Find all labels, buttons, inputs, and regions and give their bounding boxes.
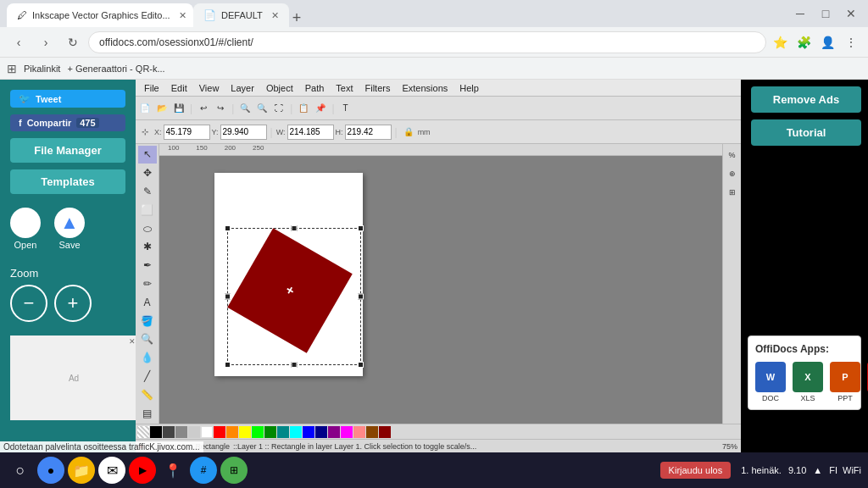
menu-view[interactable]: View bbox=[194, 83, 225, 93]
x-field[interactable] bbox=[164, 125, 210, 140]
tweet-button[interactable]: 🐦 Tweet bbox=[10, 90, 125, 108]
gradient-tool[interactable]: ▤ bbox=[138, 404, 157, 422]
color-orange[interactable] bbox=[226, 426, 238, 438]
taskbar-gmail-icon[interactable]: ✉ bbox=[98, 457, 125, 484]
new-tab-button[interactable]: + bbox=[292, 9, 302, 27]
menu-help[interactable]: Help bbox=[454, 83, 484, 93]
bookmark-pikalinkit[interactable]: Pikalinkit bbox=[24, 64, 60, 74]
color-navy[interactable] bbox=[315, 426, 327, 438]
toolbar-fit-icon[interactable]: ⛶ bbox=[271, 101, 287, 116]
color-darkred[interactable] bbox=[379, 426, 391, 438]
color-green[interactable] bbox=[264, 426, 276, 438]
offidocs-xls-button[interactable]: X XLS bbox=[793, 362, 823, 402]
reload-button[interactable]: ↻ bbox=[61, 30, 85, 54]
address-bar[interactable] bbox=[88, 31, 766, 53]
handle-tr[interactable] bbox=[358, 225, 364, 231]
minimize-button[interactable]: ─ bbox=[790, 3, 810, 24]
remove-ads-button[interactable]: Remove Ads bbox=[751, 86, 861, 113]
menu-extensions[interactable]: Extensions bbox=[397, 83, 453, 93]
tab-inkscape[interactable]: 🖊 Inkscape Vector Graphics Edito... ✕ bbox=[7, 3, 193, 27]
toolbar-zoom-out-icon[interactable]: 🔍 bbox=[254, 101, 270, 116]
toolbar-redo-icon[interactable]: ↪ bbox=[213, 101, 228, 116]
forward-button[interactable]: › bbox=[34, 30, 58, 54]
text-tool[interactable]: A bbox=[138, 293, 157, 311]
zoom-in-button[interactable]: + bbox=[54, 285, 92, 322]
dropper-tool[interactable]: 💧 bbox=[138, 349, 157, 367]
bookmark-generaattori[interactable]: + Generaattori - QR-k... bbox=[67, 64, 164, 74]
toolbar-paste-icon[interactable]: 📌 bbox=[313, 101, 328, 116]
menu-icon[interactable]: ⋮ bbox=[841, 32, 861, 53]
handle-tl[interactable] bbox=[225, 225, 231, 231]
measure-tool[interactable]: 📏 bbox=[138, 385, 157, 403]
color-red[interactable] bbox=[214, 426, 225, 438]
zoom-out-button[interactable]: − bbox=[10, 285, 47, 322]
rect-tool[interactable]: ⬜ bbox=[138, 201, 157, 219]
color-purple[interactable] bbox=[328, 426, 340, 438]
apps-icon[interactable]: ⊞ bbox=[7, 62, 17, 75]
extension-icon[interactable]: 🧩 bbox=[793, 32, 814, 53]
taskbar-youtube-icon[interactable]: ▶ bbox=[129, 457, 156, 484]
offidocs-ppt-button[interactable]: P PPT bbox=[830, 362, 860, 402]
zoom-tool[interactable]: 🔍 bbox=[138, 330, 157, 348]
toolbar-text-icon[interactable]: T bbox=[338, 101, 353, 116]
color-pink[interactable] bbox=[353, 426, 365, 438]
color-white[interactable] bbox=[201, 426, 213, 438]
taskbar-calculator-icon[interactable]: # bbox=[190, 457, 217, 484]
offidocs-doc-button[interactable]: W DOC bbox=[755, 362, 786, 402]
handle-bc[interactable] bbox=[292, 362, 298, 368]
color-silver[interactable] bbox=[188, 426, 200, 438]
tab-default-close[interactable]: ✕ bbox=[271, 10, 279, 21]
node-tool[interactable]: ✥ bbox=[138, 164, 157, 182]
menu-filters[interactable]: Filters bbox=[360, 83, 396, 93]
toolbar-undo-icon[interactable]: ↩ bbox=[196, 101, 211, 116]
color-gray[interactable] bbox=[175, 426, 187, 438]
transform-icon[interactable]: ⊹ bbox=[137, 125, 153, 140]
menu-file[interactable]: File bbox=[139, 83, 164, 93]
back-button[interactable]: ‹ bbox=[7, 30, 31, 54]
toolbar-copy-icon[interactable]: 📋 bbox=[296, 101, 311, 116]
color-transparent[interactable] bbox=[137, 426, 149, 438]
color-cyan[interactable] bbox=[290, 426, 302, 438]
select-tool[interactable]: ↖ bbox=[138, 146, 157, 164]
taskbar-app7-icon[interactable]: ⊞ bbox=[220, 457, 248, 484]
snap3-btn[interactable]: ⊞ bbox=[723, 183, 742, 202]
close-button[interactable]: ✕ bbox=[841, 3, 861, 24]
file-manager-button[interactable]: File Manager bbox=[10, 138, 125, 163]
color-magenta[interactable] bbox=[341, 426, 353, 438]
tutorial-button[interactable]: Tutorial bbox=[751, 119, 861, 146]
share-icon[interactable]: ⭐ bbox=[770, 32, 790, 53]
logout-button[interactable]: Kirjaudu ulos bbox=[660, 462, 732, 479]
menu-edit[interactable]: Edit bbox=[166, 83, 192, 93]
h-field[interactable] bbox=[345, 125, 392, 140]
handle-br[interactable] bbox=[358, 362, 364, 368]
ellipse-tool[interactable]: ⬭ bbox=[138, 219, 157, 237]
handle-ml[interactable] bbox=[225, 294, 231, 300]
ad-close-icon[interactable]: ✕ bbox=[129, 337, 136, 346]
toolbar-save-icon[interactable]: 💾 bbox=[171, 101, 186, 116]
color-yellow[interactable] bbox=[239, 426, 251, 438]
y-field[interactable] bbox=[220, 125, 267, 140]
menu-text[interactable]: Text bbox=[331, 83, 358, 93]
color-teal[interactable] bbox=[277, 426, 289, 438]
taskbar-chrome-icon[interactable]: ● bbox=[37, 457, 64, 484]
connector-tool[interactable]: ╱ bbox=[138, 368, 157, 385]
star-tool[interactable]: ✱ bbox=[138, 238, 157, 256]
snap2-btn[interactable]: ⊕ bbox=[723, 164, 742, 183]
maximize-button[interactable]: □ bbox=[815, 3, 836, 24]
lock-icon[interactable]: 🔒 bbox=[401, 125, 416, 140]
tweak-tool[interactable]: ✎ bbox=[138, 183, 157, 201]
save-drive-button[interactable]: ▲ Save bbox=[54, 208, 85, 250]
color-black[interactable] bbox=[150, 426, 162, 438]
profile-icon[interactable]: 👤 bbox=[817, 32, 837, 53]
tab-default[interactable]: 📄 DEFAULT ✕ bbox=[193, 3, 289, 27]
w-field[interactable] bbox=[287, 125, 334, 140]
pen-tool[interactable]: ✒ bbox=[138, 257, 157, 274]
toolbar-open-icon[interactable]: 📂 bbox=[154, 101, 170, 116]
taskbar-files-icon[interactable]: 📁 bbox=[68, 457, 95, 484]
color-darkgray[interactable] bbox=[163, 426, 175, 438]
menu-object[interactable]: Object bbox=[261, 83, 298, 93]
handle-tc[interactable] bbox=[292, 225, 298, 231]
pencil-tool[interactable]: ✏ bbox=[138, 275, 157, 293]
color-blue[interactable] bbox=[303, 426, 314, 438]
os-menu-icon[interactable]: ○ bbox=[7, 457, 34, 484]
